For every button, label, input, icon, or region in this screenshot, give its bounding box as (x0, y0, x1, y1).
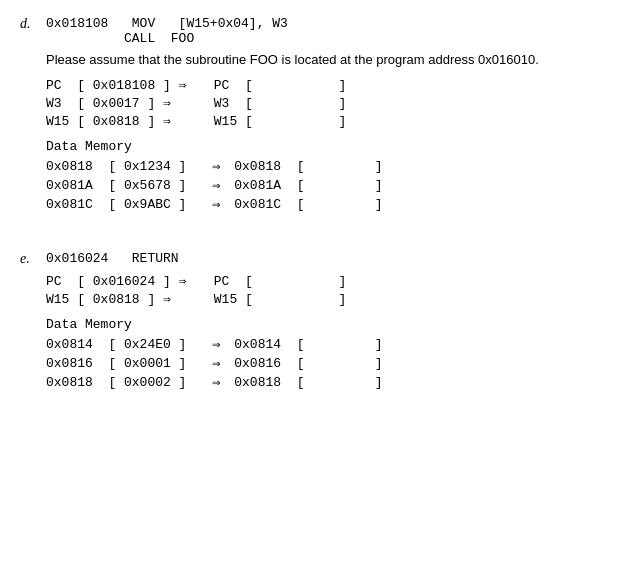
data-mem-081a-right: 0x081A [ ] (226, 178, 382, 193)
data-mem-0818-left: 0x0818 [ 0x1234 ] (46, 159, 206, 174)
e-register-w15-right: W15 [ ] (206, 292, 346, 307)
e-arrow-0816: ⇒ (212, 355, 220, 372)
section-d-instruction1: 0x018108 MOV [W15+0x04], W3 (46, 16, 288, 31)
data-mem-row-081a: 0x081A [ 0x5678 ] ⇒ 0x081A [ ] (46, 177, 601, 194)
section-d-note: Please assume that the subroutine FOO is… (46, 52, 601, 67)
register-row-w15: W15 [ 0x0818 ] ⇒ W15 [ ] (46, 113, 601, 129)
register-row-pc: PC [ 0x018108 ] ⇒ PC [ ] (46, 77, 601, 93)
e-data-mem-0818-right: 0x0818 [ ] (226, 375, 382, 390)
e-data-mem-0816-right: 0x0816 [ ] (226, 356, 382, 371)
data-mem-081c-right: 0x081C [ ] (226, 197, 382, 212)
register-w3-left: W3 [ 0x0017 ] ⇒ (46, 95, 206, 111)
e-register-pc-right: PC [ ] (206, 274, 346, 289)
section-d-label: d. (20, 16, 42, 32)
e-data-mem-row-0814: 0x0814 [ 0x24E0 ] ⇒ 0x0814 [ ] (46, 336, 601, 353)
e-register-row-pc: PC [ 0x016024 ] ⇒ PC [ ] (46, 273, 601, 289)
register-w3-right: W3 [ ] (206, 96, 346, 111)
e-arrow-0818: ⇒ (212, 374, 220, 391)
e-data-mem-0814-left: 0x0814 [ 0x24E0 ] (46, 337, 206, 352)
section-d-registers: PC [ 0x018108 ] ⇒ PC [ ] W3 [ 0x0017 ] ⇒… (46, 77, 601, 129)
e-register-pc-left: PC [ 0x016024 ] ⇒ (46, 273, 206, 289)
data-memory-label-d: Data Memory (46, 139, 601, 154)
register-pc-left: PC [ 0x018108 ] ⇒ (46, 77, 206, 93)
data-mem-row-0818: 0x0818 [ 0x1234 ] ⇒ 0x0818 [ ] (46, 158, 601, 175)
register-w15-right: W15 [ ] (206, 114, 346, 129)
arrow-0818: ⇒ (212, 158, 220, 175)
page-container: d. 0x018108 MOV [W15+0x04], W3 CALL FOO … (20, 16, 601, 391)
section-e-header: e. 0x016024 RETURN (20, 251, 601, 267)
arrow-081c: ⇒ (212, 196, 220, 213)
data-mem-row-081c: 0x081C [ 0x9ABC ] ⇒ 0x081C [ ] (46, 196, 601, 213)
register-w15-left: W15 [ 0x0818 ] ⇒ (46, 113, 206, 129)
section-e-code: 0x016024 RETURN (46, 251, 179, 266)
e-data-mem-row-0818: 0x0818 [ 0x0002 ] ⇒ 0x0818 [ ] (46, 374, 601, 391)
e-data-mem-0818-left: 0x0818 [ 0x0002 ] (46, 375, 206, 390)
register-row-w3: W3 [ 0x0017 ] ⇒ W3 [ ] (46, 95, 601, 111)
section-e-label: e. (20, 251, 42, 267)
data-mem-081c-left: 0x081C [ 0x9ABC ] (46, 197, 206, 212)
arrow-081a: ⇒ (212, 177, 220, 194)
section-d-instruction2: CALL FOO (46, 31, 288, 46)
section-d-data-memory: Data Memory 0x0818 [ 0x1234 ] ⇒ 0x0818 [… (46, 139, 601, 213)
data-mem-081a-left: 0x081A [ 0x5678 ] (46, 178, 206, 193)
e-register-row-w15: W15 [ 0x0818 ] ⇒ W15 [ ] (46, 291, 601, 307)
e-data-mem-0816-left: 0x0816 [ 0x0001 ] (46, 356, 206, 371)
section-e: e. 0x016024 RETURN PC [ 0x016024 ] ⇒ PC … (20, 251, 601, 391)
section-e-instruction1: 0x016024 RETURN (46, 251, 179, 266)
e-register-w15-left: W15 [ 0x0818 ] ⇒ (46, 291, 206, 307)
section-e-data-memory: Data Memory 0x0814 [ 0x24E0 ] ⇒ 0x0814 [… (46, 317, 601, 391)
section-d-header: d. 0x018108 MOV [W15+0x04], W3 CALL FOO (20, 16, 601, 46)
section-e-registers: PC [ 0x016024 ] ⇒ PC [ ] W15 [ 0x0818 ] … (46, 273, 601, 307)
data-mem-0818-right: 0x0818 [ ] (226, 159, 382, 174)
data-memory-label-e: Data Memory (46, 317, 601, 332)
e-data-mem-0814-right: 0x0814 [ ] (226, 337, 382, 352)
register-pc-right: PC [ ] (206, 78, 346, 93)
e-arrow-0814: ⇒ (212, 336, 220, 353)
section-d: d. 0x018108 MOV [W15+0x04], W3 CALL FOO … (20, 16, 601, 213)
e-data-mem-row-0816: 0x0816 [ 0x0001 ] ⇒ 0x0816 [ ] (46, 355, 601, 372)
section-d-code: 0x018108 MOV [W15+0x04], W3 CALL FOO (46, 16, 288, 46)
